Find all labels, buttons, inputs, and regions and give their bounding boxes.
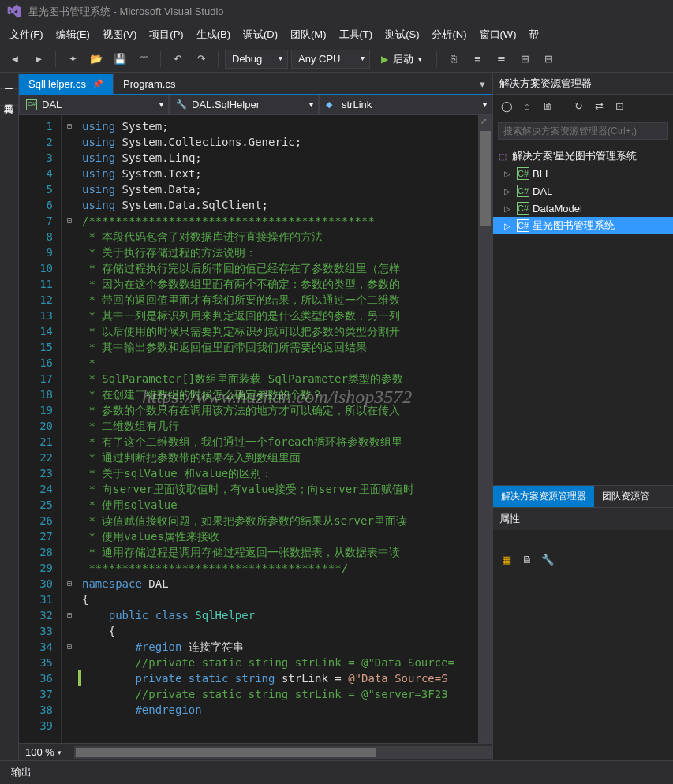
prop-alpha-button[interactable]: 🗎 [518, 551, 536, 568]
solution-icon: ⬚ [496, 150, 509, 162]
se-refresh-button[interactable]: ↻ [570, 98, 587, 115]
nav-project-combo[interactable]: C# DAL [19, 95, 169, 114]
tab-program[interactable]: Program.cs [114, 74, 185, 94]
new-project-button[interactable]: ✦ [62, 49, 83, 69]
menu-analyze[interactable]: 分析(N) [425, 24, 473, 45]
prop-categorized-button[interactable]: ▦ [498, 551, 515, 568]
csproj-icon: C# [517, 185, 529, 197]
pin-icon[interactable]: 📌 [92, 79, 103, 89]
nav-forward-button[interactable]: ► [28, 49, 49, 69]
toolbox-tab[interactable]: 工具箱 [0, 89, 18, 106]
server-explorer-tab[interactable]: 服务器资源管理器 [0, 73, 18, 89]
tab-label: SqlHelper.cs [28, 78, 86, 90]
left-sidebar: 服务器资源管理器 工具箱 [0, 73, 19, 760]
tree-solution-root[interactable]: ⬚ 解决方案'星光图书管理系统 [493, 147, 673, 165]
nav-back-button[interactable]: ◄ [5, 49, 25, 69]
scrollbar-thumb[interactable] [480, 131, 491, 226]
scrollbar-thumb[interactable] [76, 748, 376, 757]
fold-gutter[interactable]: ⊟⊟⊟⊟⊟ [62, 115, 77, 743]
properties-header: 属性 [493, 508, 673, 530]
zoom-label: 100 % [25, 746, 54, 758]
separator [55, 51, 56, 67]
document-tabs: SqlHelper.cs 📌 Program.cs ▾ [19, 73, 492, 95]
field-icon: ◆ [326, 99, 337, 110]
vs-logo-icon [6, 4, 22, 20]
se-home-button[interactable]: ⌂ [518, 98, 536, 115]
separator [218, 51, 219, 67]
tab-solution-explorer[interactable]: 解决方案资源管理器 [493, 486, 594, 507]
tree-project-main[interactable]: ▷ C# 星光图书管理系统 [493, 217, 673, 234]
tab-sqlhelper[interactable]: SqlHelper.cs 📌 [19, 74, 114, 94]
line-numbers: 1234567891011121314151617181920212223242… [19, 115, 62, 743]
expand-icon[interactable]: ▷ [504, 204, 514, 213]
nav-project-label: DAL [42, 99, 62, 110]
menu-edit[interactable]: 编辑(E) [50, 24, 96, 45]
solution-search [493, 118, 673, 144]
save-button[interactable]: 💾 [110, 49, 130, 69]
tab-team-explorer[interactable]: 团队资源管 [594, 486, 657, 507]
nav-class-label: DAL.SqlHelper [192, 99, 260, 110]
menu-tools[interactable]: 工具(T) [333, 24, 379, 45]
tree-label: DataModel [533, 203, 582, 215]
start-label: 启动 [393, 52, 413, 66]
csproj-icon: C# [517, 167, 529, 180]
menu-help[interactable]: 帮 [522, 24, 545, 45]
prop-pages-button[interactable]: 🔧 [539, 551, 556, 568]
window-titlebar: 星光图书管理系统 - Microsoft Visual Studio [0, 0, 673, 24]
save-all-button[interactable]: 🗃 [133, 49, 154, 69]
toolbar-btn-3[interactable]: ≣ [491, 49, 511, 69]
menu-team[interactable]: 团队(M) [284, 24, 333, 45]
menu-debug[interactable]: 调试(D) [237, 24, 284, 45]
tree-label: BLL [533, 168, 551, 180]
tree-project-dal[interactable]: ▷ C# DAL [493, 182, 673, 200]
menu-test[interactable]: 测试(S) [379, 24, 425, 45]
expand-icon[interactable]: ▷ [504, 170, 514, 178]
class-icon: 🔧 [176, 99, 187, 110]
toolbar-btn-2[interactable]: ≡ [467, 49, 488, 69]
editor-area: SqlHelper.cs 📌 Program.cs ▾ C# DAL 🔧 DAL… [19, 73, 492, 760]
horizontal-scrollbar[interactable] [74, 746, 492, 759]
zoom-combo[interactable]: 100 % ▾ [19, 746, 74, 758]
start-debug-button[interactable]: ▶ 启动 ▾ [373, 50, 430, 69]
nav-class-combo[interactable]: 🔧 DAL.SqlHelper [169, 95, 319, 114]
output-tab[interactable]: 输出 [0, 761, 43, 783]
solution-explorer-toolbar: ◯ ⌂ 🗎 ↻ ⇄ ⊡ [493, 95, 673, 118]
se-collapse-button[interactable]: ⇄ [590, 98, 608, 115]
expand-icon[interactable]: ▷ [504, 187, 514, 196]
navigation-bar: C# DAL 🔧 DAL.SqlHelper ◆ strLink [19, 95, 492, 115]
menu-file[interactable]: 文件(F) [3, 24, 50, 45]
properties-panel: 属性 ▦ 🗎 🔧 [493, 507, 673, 760]
csproj-icon: C# [517, 219, 529, 232]
solution-search-input[interactable] [498, 122, 668, 140]
solution-tree[interactable]: ⬚ 解决方案'星光图书管理系统 ▷ C# BLL ▷ C# DAL ▷ C# D… [493, 144, 673, 485]
menu-view[interactable]: 视图(V) [96, 24, 143, 45]
se-showall-button[interactable]: ⊡ [611, 98, 628, 115]
tree-project-bll[interactable]: ▷ C# BLL [493, 165, 673, 182]
vertical-scrollbar[interactable]: ⤢ [478, 115, 492, 743]
code-editor[interactable]: 1234567891011121314151617181920212223242… [19, 115, 492, 743]
platform-combo[interactable]: Any CPU [291, 50, 370, 69]
toolbar-btn-1[interactable]: ⎘ [443, 49, 464, 69]
config-combo[interactable]: Debug [225, 50, 288, 69]
se-back-button[interactable]: ◯ [498, 98, 515, 115]
tree-project-datamodel[interactable]: ▷ C# DataModel [493, 200, 673, 217]
solution-explorer-header: 解决方案资源管理器 [493, 73, 673, 95]
toolbar-btn-5[interactable]: ⊟ [538, 49, 559, 69]
csproj-icon: C# [517, 202, 529, 215]
open-file-button[interactable]: 📂 [86, 49, 107, 69]
play-icon: ▶ [381, 54, 388, 65]
toolbar-btn-4[interactable]: ⊞ [514, 49, 535, 69]
bottom-panel: 输出 [0, 760, 673, 784]
menu-build[interactable]: 生成(B) [190, 24, 237, 45]
menubar: 文件(F) 编辑(E) 视图(V) 项目(P) 生成(B) 调试(D) 团队(M… [0, 24, 673, 46]
code-content[interactable]: using System;using System.Collections.Ge… [82, 115, 478, 743]
expand-icon[interactable]: ▷ [504, 222, 514, 230]
csproj-icon: C# [26, 99, 37, 110]
se-sync-button[interactable]: 🗎 [539, 98, 556, 115]
undo-button[interactable]: ↶ [167, 49, 188, 69]
menu-window[interactable]: 窗口(W) [473, 24, 523, 45]
nav-member-combo[interactable]: ◆ strLink [319, 95, 492, 114]
redo-button[interactable]: ↷ [191, 49, 211, 69]
menu-project[interactable]: 项目(P) [143, 24, 189, 45]
tab-dropdown-button[interactable]: ▾ [472, 73, 492, 94]
